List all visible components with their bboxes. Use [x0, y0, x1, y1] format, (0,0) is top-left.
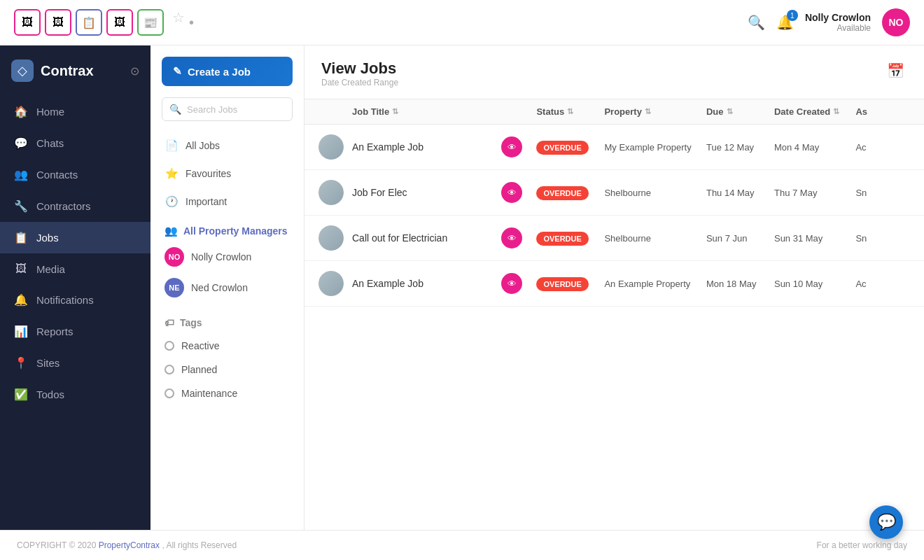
jobs-subtitle: Date Created Range [321, 78, 398, 88]
col-header-assigned[interactable]: As [855, 106, 910, 117]
tag-reactive[interactable]: Reactive [150, 334, 304, 358]
job-datecreated-3: Sun 31 May [774, 233, 855, 244]
important-nav[interactable]: 🕐 Important [156, 188, 298, 215]
favourites-icon: ⭐ [164, 167, 178, 180]
logo-text: Contrax [41, 63, 94, 79]
footer-copyright: COPYRIGHT © 2020 PropertyContrax , All r… [17, 540, 237, 550]
settings-icon[interactable]: ⊙ [130, 64, 139, 78]
user-status: Available [805, 23, 871, 33]
table-row[interactable]: Call out for Electrician 👁 OVERDUE Shelb… [304, 216, 924, 261]
all-jobs-label: All Jobs [186, 140, 220, 151]
manager-ned[interactable]: NE Ned Crowlon [150, 272, 304, 303]
more-icon: • [189, 9, 194, 36]
col-header-property[interactable]: Property ⇅ [604, 106, 706, 117]
fab-button[interactable]: 💬 [869, 505, 903, 539]
chats-icon: 💬 [14, 136, 28, 150]
job-status-2: OVERDUE [536, 186, 604, 199]
sidebar-label-reports: Reports [36, 326, 74, 337]
user-info: Nolly Crowlon Available [805, 12, 871, 33]
table-row[interactable]: Job For Elec 👁 OVERDUE Shelbourne Thu 14… [304, 170, 924, 216]
topbar: 🖼 🖼 📋 🖼 📰 ☆ • 🔍 🔔 1 Nolly Crowlon Availa… [0, 0, 924, 46]
table-row[interactable]: An Example Job 👁 OVERDUE An Example Prop… [304, 261, 924, 307]
sidebar-item-todos[interactable]: ✅ Todos [0, 379, 150, 410]
jobs-list: An Example Job 👁 OVERDUE My Example Prop… [304, 125, 924, 530]
sidebar-item-home[interactable]: 🏠 Home [0, 96, 150, 127]
manager-name-nolly: Nolly Crowlon [191, 251, 251, 262]
notification-badge: 1 [787, 10, 798, 21]
job-title-2: Job For Elec [352, 187, 501, 198]
all-jobs-nav[interactable]: 📄 All Jobs [156, 132, 298, 159]
contacts-icon: 👥 [14, 168, 28, 181]
sidebar-label-sites: Sites [36, 357, 59, 369]
table-row[interactable]: An Example Job 👁 OVERDUE My Example Prop… [304, 125, 924, 170]
logo-icon: ◇ [11, 59, 34, 82]
sidebar-item-jobs[interactable]: 📋 Jobs [0, 222, 150, 253]
job-property-4: An Example Property [604, 279, 706, 289]
sort-icon-title: ⇅ [392, 107, 398, 116]
job-assigned-1: Ac [855, 142, 910, 153]
search-icon[interactable]: 🔍 [748, 14, 765, 31]
sidebar-item-contractors[interactable]: 🔧 Contractors [0, 190, 150, 222]
footer-brand-link[interactable]: PropertyContrax [99, 540, 160, 550]
topbar-icon-2[interactable]: 🖼 [45, 9, 71, 36]
managers-section-label: All Property Managers [183, 225, 288, 237]
jobs-main: View Jobs Date Created Range 📅 Job Title… [304, 46, 924, 530]
user-name: Nolly Crowlon [805, 12, 871, 23]
create-job-label: Create a Job [188, 66, 251, 78]
tag-planned[interactable]: Planned [150, 358, 304, 382]
tags-section-header: 🏷 Tags [150, 312, 304, 334]
create-job-button[interactable]: ✎ Create a Job [162, 57, 293, 86]
tags-label: Tags [180, 317, 202, 328]
sidebar-item-reports[interactable]: 📊 Reports [0, 316, 150, 347]
eye-button-4[interactable]: 👁 [501, 273, 522, 294]
eye-button-3[interactable]: 👁 [501, 227, 522, 248]
sort-icon-status: ⇅ [567, 107, 573, 116]
star-icon[interactable]: ☆ [172, 9, 185, 36]
topbar-icon-3[interactable]: 📋 [76, 9, 102, 36]
sidebar-item-media[interactable]: 🖼 Media [0, 253, 150, 284]
calendar-icon[interactable]: 📅 [884, 59, 907, 82]
notification-bell[interactable]: 🔔 1 [776, 14, 794, 31]
footer: COPYRIGHT © 2020 PropertyContrax , All r… [0, 530, 924, 560]
col-header-due[interactable]: Due ⇅ [706, 106, 774, 117]
eye-button-2[interactable]: 👁 [501, 182, 522, 203]
eye-button-1[interactable]: 👁 [501, 136, 522, 158]
job-status-3: OVERDUE [536, 232, 604, 244]
manager-name-ned: Ned Crowlon [191, 282, 248, 293]
manager-nolly[interactable]: NO Nolly Crowlon [150, 241, 304, 272]
col-header-status[interactable]: Status ⇅ [536, 106, 604, 117]
sidebar-item-contacts[interactable]: 👥 Contacts [0, 159, 150, 190]
sidebar-item-sites[interactable]: 📍 Sites [0, 347, 150, 379]
job-avatar-1 [318, 134, 344, 160]
topbar-icon-1[interactable]: 🖼 [14, 9, 41, 36]
todos-icon: ✅ [14, 388, 28, 401]
tag-label-maintenance: Maintenance [181, 388, 237, 399]
topbar-icon-4[interactable]: 🖼 [106, 9, 133, 36]
all-jobs-icon: 📄 [164, 139, 178, 152]
search-jobs-input[interactable]: 🔍 Search Jobs [162, 97, 293, 121]
tag-maintenance[interactable]: Maintenance [150, 382, 304, 405]
sidebar-item-notifications[interactable]: 🔔 Notifications [0, 284, 150, 316]
important-icon: 🕐 [164, 195, 178, 208]
page-title: View Jobs [321, 59, 398, 78]
job-assigned-2: Sn [855, 188, 910, 198]
topbar-icon-5[interactable]: 📰 [137, 9, 164, 36]
tags-section: 🏷 Tags Reactive Planned Maintenance [150, 303, 304, 405]
notifications-icon: 🔔 [14, 293, 28, 307]
sidebar-item-chats[interactable]: 💬 Chats [0, 127, 150, 159]
job-due-1: Tue 12 May [706, 142, 774, 153]
job-assigned-3: Sn [855, 233, 910, 244]
sidebar-label-media: Media [36, 263, 65, 275]
main-layout: ◇ Contrax ⊙ 🏠 Home 💬 Chats 👥 Contacts 🔧 … [0, 46, 924, 530]
col-header-title[interactable]: Job Title ⇅ [352, 106, 501, 117]
job-title-3: Call out for Electrician [352, 232, 501, 244]
col-header-datecreated[interactable]: Date Created ⇅ [774, 106, 855, 117]
footer-tagline: For a better working day [817, 540, 907, 550]
manager-avatar-no: NO [164, 247, 184, 267]
favourites-nav[interactable]: ⭐ Favourites [156, 160, 298, 187]
tag-label-planned: Planned [181, 364, 217, 375]
sidebar-nav: 🏠 Home 💬 Chats 👥 Contacts 🔧 Contractors … [0, 96, 150, 530]
user-avatar[interactable]: NO [882, 8, 910, 36]
sidebar-label-notifications: Notifications [36, 294, 94, 306]
sidebar-label-todos: Todos [36, 388, 64, 400]
